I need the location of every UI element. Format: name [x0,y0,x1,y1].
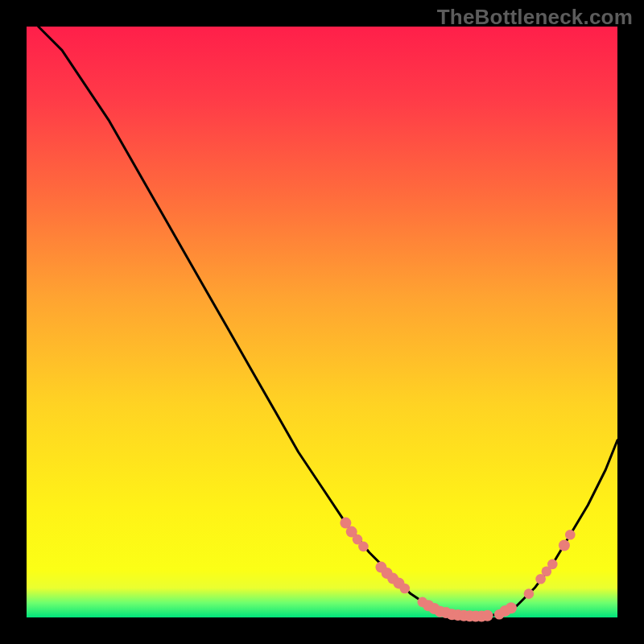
highlight-dot [506,602,517,613]
highlight-dot [547,559,558,570]
highlight-dot [565,530,576,540]
highlight-dot [400,584,411,594]
highlight-dot [482,610,493,621]
highlight-dot [358,542,369,552]
chart-svg [27,27,617,617]
plot-area [27,27,617,617]
highlight-dots-group [340,518,575,622]
highlight-dot [559,540,570,551]
chart-stage: TheBottleneck.com [0,0,644,644]
highlight-dot [524,588,535,599]
bottleneck-curve [39,27,617,617]
